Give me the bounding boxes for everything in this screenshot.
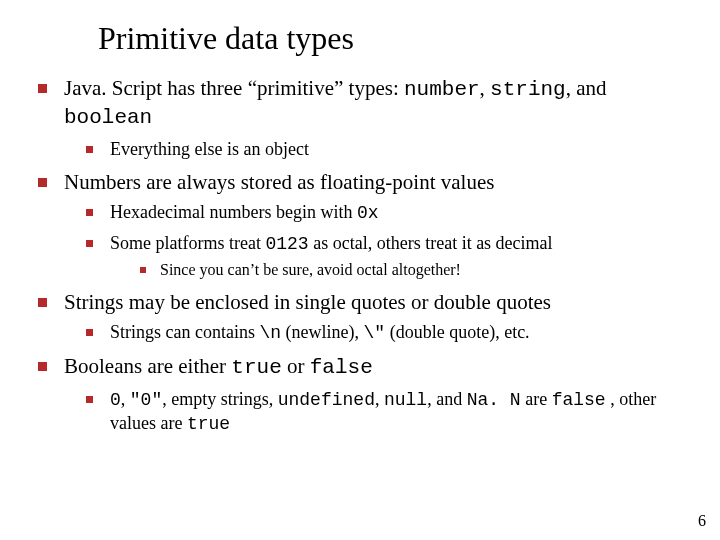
- sub-hex: Hexadecimal numbers begin with 0x: [80, 201, 690, 225]
- text: Numbers are always stored as floating-po…: [64, 170, 494, 194]
- sub-octal: Some platforms treat 0123 as octal, othe…: [80, 232, 690, 281]
- text: Strings may be enclosed in single quotes…: [64, 290, 551, 314]
- code-zero: 0: [110, 390, 121, 410]
- code-dquote: \": [364, 323, 386, 343]
- code-null: null: [384, 390, 427, 410]
- text: are: [521, 389, 552, 409]
- page-number: 6: [698, 512, 706, 530]
- text: (newline),: [281, 322, 363, 342]
- code-false: false: [310, 356, 373, 379]
- sub-escapes: Strings can contains \n (newline), \" (d…: [80, 321, 690, 345]
- text: or: [282, 354, 310, 378]
- bullet-list: Java. Script has three “primitive” types…: [30, 75, 690, 436]
- slide: Primitive data types Java. Script has th…: [0, 0, 720, 540]
- bullet-numbers: Numbers are always stored as floating-po…: [30, 169, 690, 281]
- slide-title: Primitive data types: [98, 20, 690, 57]
- code-0123: 0123: [265, 234, 308, 254]
- bullet-booleans: Booleans are either true or false 0, "0"…: [30, 353, 690, 436]
- bullet-strings: Strings may be enclosed in single quotes…: [30, 289, 690, 346]
- code-false2: false: [552, 390, 606, 410]
- text: Hexadecimal numbers begin with: [110, 202, 357, 222]
- text: , and: [427, 389, 467, 409]
- text: ,: [121, 389, 130, 409]
- bullet-primitive-types: Java. Script has three “primitive” types…: [30, 75, 690, 161]
- text: Some platforms treat: [110, 233, 265, 253]
- text: ,: [480, 76, 491, 100]
- text: , and: [566, 76, 607, 100]
- text: Strings can contains: [110, 322, 259, 342]
- text: as octal, others treat it as decimal: [309, 233, 553, 253]
- code-zero-str: "0": [130, 390, 162, 410]
- text: Java. Script has three “primitive” types…: [64, 76, 404, 100]
- code-nan: Na. N: [467, 390, 521, 410]
- text: ,: [375, 389, 384, 409]
- text: (double quote), etc.: [385, 322, 529, 342]
- code-boolean: boolean: [64, 106, 152, 129]
- code-undefined: undefined: [278, 390, 375, 410]
- sub-everything-object: Everything else is an object: [80, 138, 690, 161]
- code-number: number: [404, 78, 480, 101]
- text: Booleans are either: [64, 354, 231, 378]
- sub-falsy: 0, "0", empty strings, undefined, null, …: [80, 388, 690, 437]
- code-true: true: [231, 356, 281, 379]
- subsub-avoid-octal: Since you can’t be sure, avoid octal alt…: [134, 260, 690, 281]
- code-newline: \n: [259, 323, 281, 343]
- code-true2: true: [187, 414, 230, 434]
- code-string: string: [490, 78, 566, 101]
- code-0x: 0x: [357, 203, 379, 223]
- text: , empty strings,: [162, 389, 278, 409]
